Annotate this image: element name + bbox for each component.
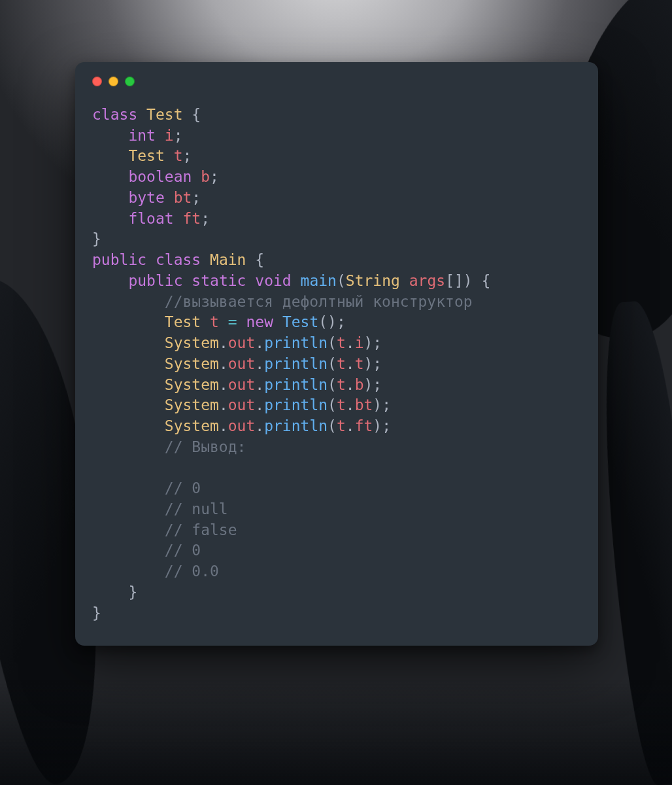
code-line: // null [92, 500, 228, 517]
code-line: } [92, 230, 101, 247]
code-line: public static void main(String args[]) { [92, 272, 490, 289]
code-line: System.out.println(t.bt); [92, 396, 391, 413]
code-line: byte bt; [92, 189, 201, 206]
code-line: public class Main { [92, 251, 264, 268]
code-line: Test t = new Test(); [92, 313, 346, 330]
code-line: // 0 [92, 480, 201, 497]
close-icon[interactable] [92, 77, 102, 86]
code-line: // 0 [92, 542, 201, 559]
code-line: boolean b; [92, 168, 219, 185]
zoom-icon[interactable] [125, 77, 135, 86]
code-line: Test t; [92, 147, 192, 164]
wallpaper-rock [0, 680, 672, 785]
code-block: class Test { int i; Test t; boolean b; b… [92, 105, 581, 623]
code-line: // Вывод: [92, 438, 246, 455]
code-line: } [92, 604, 101, 621]
code-line: // false [92, 521, 237, 538]
minimize-icon[interactable] [109, 77, 118, 86]
code-line: float ft; [92, 210, 210, 227]
code-line: // 0.0 [92, 563, 219, 580]
code-window: class Test { int i; Test t; boolean b; b… [75, 62, 598, 646]
code-line: //вызывается дефолтный конструктор [92, 293, 473, 310]
code-line: System.out.println(t.t); [92, 355, 382, 372]
code-line [92, 459, 165, 476]
code-line: class Test { [92, 106, 201, 123]
code-line: int i; [92, 127, 183, 144]
window-controls [92, 77, 581, 86]
code-line: System.out.println(t.i); [92, 334, 382, 351]
code-line: System.out.println(t.ft); [92, 417, 391, 434]
code-line: } [92, 584, 137, 601]
code-line: System.out.println(t.b); [92, 376, 382, 393]
